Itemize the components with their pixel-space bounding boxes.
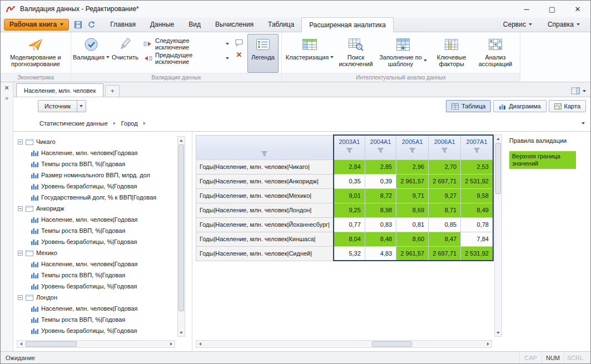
validation-button[interactable]: Валидация	[74, 34, 108, 73]
data-cell[interactable]: 9,58	[461, 188, 493, 203]
data-cell[interactable]: 2 697,71	[429, 246, 461, 261]
tab-data[interactable]: Данные	[143, 17, 181, 32]
clear-button[interactable]: Очистить	[110, 34, 141, 73]
collapse-node-icon[interactable]: −	[18, 139, 23, 144]
data-cell[interactable]: 9,01	[334, 188, 365, 203]
refresh-button[interactable]	[85, 19, 97, 30]
data-cell[interactable]: 9,25	[334, 203, 365, 217]
data-cell[interactable]: 8,49	[461, 203, 493, 217]
data-cell[interactable]: 0,83	[365, 217, 396, 232]
collapse-node-icon[interactable]: −	[18, 206, 23, 211]
comment-bubble-button[interactable]	[235, 39, 244, 47]
collapse-node-icon[interactable]: −	[18, 295, 23, 300]
remove-validation-button[interactable]: ✕	[236, 51, 242, 58]
data-cell[interactable]: 0,81	[396, 217, 429, 232]
row-header[interactable]: Годы|Население, млн. человек|Лондон|	[196, 203, 334, 217]
filter-funnel-icon[interactable]	[409, 148, 415, 153]
tab-calculations[interactable]: Вычисления	[208, 17, 261, 32]
table-horizontal-scrollbar[interactable]	[196, 340, 492, 348]
data-cell[interactable]: 2,96	[396, 159, 429, 174]
data-cell[interactable]: 2 961,57	[396, 246, 429, 261]
tab-table[interactable]: Таблица	[261, 17, 301, 32]
data-cell[interactable]: 9,71	[396, 188, 429, 203]
row-header[interactable]: Годы|Население, млн. человек|Киншаса|	[196, 232, 334, 246]
data-cell[interactable]: 2 531,92	[461, 174, 493, 188]
scroll-up-icon[interactable]	[495, 135, 501, 142]
data-cell[interactable]: 9,27	[429, 188, 461, 203]
data-cell[interactable]: 2,53	[461, 159, 493, 174]
scroll-right-icon[interactable]	[167, 341, 175, 347]
association-analysis-button[interactable]: Анализ ассоциаций	[474, 34, 517, 73]
filter-funnel-icon[interactable]	[261, 151, 267, 157]
close-button[interactable]: ✕	[565, 1, 590, 17]
prev-exception-button[interactable]: Предыдущее исключение	[142, 52, 231, 64]
menu-help[interactable]: Справка	[540, 21, 587, 28]
data-cell[interactable]: 8,48	[365, 232, 396, 246]
data-cell[interactable]: 0,78	[461, 217, 493, 232]
scrollbar-thumb[interactable]	[178, 144, 184, 311]
column-header-2005[interactable]: 2005A1	[396, 135, 429, 159]
row-header[interactable]: Годы|Население, млн. человек|Йоханнесбур…	[196, 217, 334, 232]
tree-leaf[interactable]: Темпы роста ВВП, %|Годовая	[18, 225, 175, 236]
data-cell[interactable]: 2,84	[334, 159, 365, 174]
scroll-down-icon[interactable]	[178, 329, 185, 336]
column-header-2004[interactable]: 2004A1	[365, 135, 396, 159]
key-factors-button[interactable]: Ключевые факторы	[430, 34, 473, 73]
chevron-down-icon[interactable]	[583, 90, 586, 92]
view-table-button[interactable]: Таблица	[446, 100, 491, 112]
minimize-button[interactable]: ─	[514, 1, 539, 17]
tree-folder-london[interactable]: − Лондон	[18, 292, 175, 303]
data-cell[interactable]: 0,39	[365, 174, 396, 188]
scroll-down-icon[interactable]	[495, 329, 501, 336]
breadcrumb-city[interactable]: Город	[120, 119, 140, 128]
tree-leaf[interactable]: Темпы роста ВВП, %|Годовая	[18, 158, 175, 169]
breadcrumb-dropdown-icon[interactable]	[582, 122, 585, 124]
data-cell[interactable]: 8,69	[396, 203, 429, 217]
data-cell[interactable]: 0,85	[429, 217, 461, 232]
tree-leaf[interactable]: Уровень безработицы, %|Годовая	[18, 325, 175, 336]
column-header-2003[interactable]: 2003A1	[334, 135, 365, 159]
filter-funnel-icon[interactable]	[378, 148, 384, 153]
scrollbar-thumb[interactable]	[495, 143, 501, 194]
row-header[interactable]: Годы|Население, млн. человек|Чикаго|	[196, 159, 334, 174]
tree-leaf[interactable]: Население, млн. человек|Годовая	[18, 258, 175, 270]
pattern-fill-button[interactable]: Заполнение по шаблону	[377, 34, 429, 73]
tab-advanced-analytics[interactable]: Расширенная аналитика	[301, 17, 394, 33]
close-panel-icon[interactable]: ✕	[4, 85, 9, 91]
tree-leaf[interactable]: Уровень безработицы, %|Годовая	[18, 281, 175, 292]
row-header[interactable]: Годы|Население, млн. человек|Сидней|	[196, 246, 334, 261]
data-cell[interactable]: 0,35	[334, 174, 365, 188]
collapse-node-icon[interactable]: −	[18, 251, 23, 256]
tree-folder-anchorage[interactable]: − Анкоридж	[18, 203, 175, 214]
source-dropdown[interactable]	[77, 101, 86, 112]
tree-vertical-scrollbar[interactable]	[177, 136, 185, 337]
data-cell[interactable]: 8,72	[365, 188, 396, 203]
data-cell[interactable]: 2,70	[429, 159, 461, 174]
data-cell[interactable]: 4,83	[365, 246, 396, 261]
save-button[interactable]	[72, 19, 84, 30]
tree-leaf[interactable]: Темпы роста ВВП, %|Годовая	[18, 270, 175, 281]
tree-leaf[interactable]: Государственный долг, % к ВВП|Годовая	[18, 192, 175, 203]
scroll-right-icon[interactable]	[484, 341, 491, 347]
data-cell[interactable]: 8,60	[396, 232, 429, 246]
breadcrumb-statistical-data[interactable]: Статистические данные	[38, 119, 110, 128]
view-map-button[interactable]: Карта	[549, 100, 586, 112]
row-header[interactable]: Годы|Население, млн. человек|Мехико|	[196, 188, 334, 203]
data-cell[interactable]: 0,77	[334, 217, 365, 232]
layout-panel-icon[interactable]	[571, 87, 580, 94]
tree-leaf[interactable]: Размер номинального ВВП, млрд. дол	[18, 169, 175, 181]
document-tab-population[interactable]: Население, млн. человек	[16, 83, 103, 97]
tree-leaf[interactable]: Население, млн. человек|Годовая	[18, 214, 175, 225]
data-cell[interactable]: 8,47	[429, 232, 461, 246]
scrollbar-thumb[interactable]	[372, 341, 412, 347]
clustering-button[interactable]: Кластеризация	[285, 34, 335, 73]
outlier-search-button[interactable]: Поиск исключений	[336, 34, 376, 73]
maximize-button[interactable]: ▢	[539, 1, 565, 17]
scroll-left-icon[interactable]	[196, 341, 203, 347]
column-header-2007[interactable]: 2007A1	[461, 135, 493, 159]
expand-panel-icon[interactable]: »	[5, 95, 8, 101]
tree-leaf[interactable]: Население, млн. человек|Годовая	[18, 303, 175, 314]
row-header[interactable]: Годы|Население, млн. человек|Анкоридж|	[196, 174, 334, 188]
scroll-up-icon[interactable]	[178, 137, 185, 144]
filter-funnel-icon[interactable]	[346, 148, 352, 153]
